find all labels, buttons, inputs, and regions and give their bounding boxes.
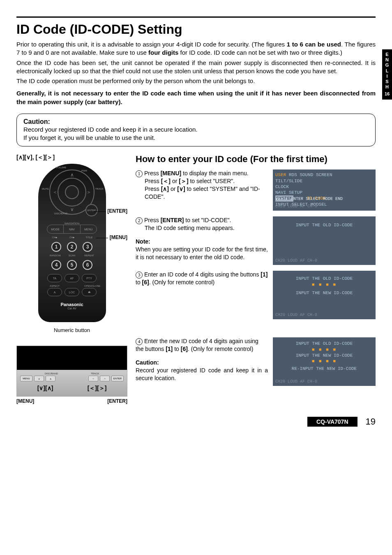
head-unit-button-row: MENU ∨ ∧ ＜ ＞ ENTER (20, 376, 124, 381)
head-unit-arrow-labels: [∨][∧] [＜][＞] (20, 385, 124, 392)
step-1-row: 1Press [MENU] to display the main menu. … (136, 170, 376, 211)
model-number: CQ-VA707N (307, 417, 357, 427)
intro-p4: Generally, it is not necessary to enter … (16, 89, 376, 106)
intro-p3: The ID code operation must be performed … (16, 77, 376, 85)
num-2-button: 2 (67, 242, 77, 252)
screen-4: INPUT THE OLD ID-CODE ■ ■ ■ ■ INPUT THE … (273, 337, 376, 386)
head-right-btn: ＞ (100, 376, 110, 381)
num-1-button: 1 (51, 242, 61, 252)
dpad-down-icon: ∨ (70, 207, 74, 212)
navigation-label: NAVIGATION (38, 222, 106, 225)
step-1-text: 1Press [MENU] to display the main menu. … (136, 170, 268, 211)
screen-2: INPUT THE OLD ID-CODE CH20 LOUD AF CH-0 (273, 216, 376, 265)
a-button: A (47, 288, 62, 296)
step-2-row: 2Press [ENTER] to set "ID-CODE". The ID … (136, 216, 376, 265)
caution-box-top: Caution: Record your registered ID code … (16, 114, 376, 147)
remote-dpad: ∧ ∨ ＜ ＞ PWR MUTE TRACK DISC/BAND VOLUME … (49, 170, 95, 215)
head-menu-btn: MENU (20, 376, 32, 381)
step-3-row: 3Enter an ID code of 4 digits using the … (136, 271, 376, 319)
remote-num-row-1: 1 2 3 (38, 242, 106, 252)
volume-label: VOLUME (56, 166, 66, 169)
pty-button: PTY (82, 274, 97, 282)
note-title: Note: (136, 238, 268, 246)
remote-control-illustration: ∧ ∨ ＜ ＞ PWR MUTE TRACK DISC/BAND VOLUME … (38, 164, 106, 322)
head-unit-panel: DISC/BANDTRACK MENU ∨ ∧ ＜ ＞ ENTER [∨][∧]… (17, 370, 127, 396)
track-label: TRACK (95, 188, 104, 190)
note-body: When you are setting your ID code for th… (136, 246, 268, 261)
af-button: AF (65, 274, 79, 282)
loc-button: LOC (65, 288, 79, 296)
left-column: [∧][∨], [＜][＞] ∧ ∨ ＜ ＞ PWR MUTE TRACK DI… (16, 154, 127, 404)
menu-callout: [MENU] (96, 235, 127, 240)
caution-body-2: If you forget it, you will be unable to … (23, 134, 369, 142)
remote-oval-row-1: TA AF PTY (38, 274, 106, 282)
caution2-body: Record your registered ID code and keep … (136, 367, 268, 382)
page-title: ID Code (ID-CODE) Setting (16, 22, 376, 37)
side-language-tab: ENGLISH 16 (382, 49, 392, 100)
top-rule (16, 16, 376, 18)
brand-sub-label: Car AV (38, 307, 106, 310)
caution-body-1: Record your registered ID code and keep … (23, 125, 369, 134)
head-unit-bottom-labels: [MENU] [ENTER] (16, 398, 127, 404)
ta-button: TA (47, 274, 62, 282)
page-footer: CQ-VA707N 19 (16, 416, 376, 427)
dpad-right-icon: ＞ (86, 189, 91, 196)
step-4-text: 4Enter the new ID code of 4 digits again… (136, 337, 268, 386)
remote-row3-labels: ASPECT OPEN/CLOSE (38, 285, 106, 287)
discband-label: DISC/BAND (54, 212, 68, 215)
head-unit-top-labels: DISC/BANDTRACK (20, 372, 124, 375)
intro-block: Prior to operating this unit, it is a ad… (16, 40, 376, 106)
mode-button: MODE (47, 225, 64, 233)
eject-button: ⏏ (82, 288, 97, 296)
head-enter-btn: ENTER (111, 376, 124, 381)
step-3-text: 3Enter an ID code of 4 digits using the … (136, 271, 268, 319)
numeric-button-caption: Numeric button (16, 327, 127, 333)
caution2-title: Caution: (136, 359, 268, 367)
right-column: How to enter your ID code (For the first… (136, 154, 376, 404)
brand-label: Panasonic (38, 302, 106, 307)
head-unit-illustration: DISC/BANDTRACK MENU ∨ ∧ ＜ ＞ ENTER [∨][∧]… (16, 346, 127, 397)
menu-button: MENU (81, 225, 97, 233)
num-5-button: 5 (67, 260, 77, 270)
howto-heading: How to enter your ID code (For the first… (136, 154, 376, 165)
pwr-label: PWR (81, 170, 87, 172)
head-up-btn: ∧ (46, 376, 55, 381)
side-page-number: 16 (383, 91, 391, 97)
dpad-left-icon: ＜ (53, 189, 58, 196)
two-column-layout: [∧][∨], [＜][＞] ∧ ∨ ＜ ＞ PWR MUTE TRACK DI… (16, 154, 376, 404)
remote-illustration-wrap: ∧ ∨ ＜ ＞ PWR MUTE TRACK DISC/BAND VOLUME … (16, 164, 127, 322)
caution-title: Caution: (23, 118, 369, 125)
screen-1: USER RDS SOUND SCREEN TILT/SLIDE CLOCK N… (273, 170, 376, 211)
dpad-up-icon: ∧ (70, 172, 74, 178)
step-2-text: 2Press [ENTER] to set "ID-CODE". The ID … (136, 216, 268, 265)
intro-p2: Once the ID code has been set, the unit … (16, 59, 376, 76)
intro-p1: Prior to operating this unit, it is a ad… (16, 40, 376, 57)
num-4-button: 4 (51, 260, 61, 270)
enter-callout: [ENTER] (94, 208, 127, 214)
head-left-btn: ＜ (88, 376, 98, 381)
arrow-keys-label: [∧][∨], [＜][＞] (16, 154, 127, 161)
nav-button: NAV (64, 225, 80, 233)
num-6-button: 6 (83, 260, 92, 270)
side-lang: ENGLISH (383, 52, 391, 90)
remote-num-row-2: 4 5 6 (38, 260, 106, 270)
remote-nav-group: MODE NAV MENU (47, 225, 97, 234)
screen-3: INPUT THE OLD ID-CODE ■ ■ ■ ■ INPUT THE … (273, 271, 376, 319)
remote-row2-labels: RANDOM SCAN REPEAT (38, 254, 106, 257)
num-3-button: 3 (83, 242, 92, 252)
head-unit-screen (17, 346, 127, 370)
remote-oval-row-2: A LOC ⏏ (38, 288, 106, 296)
page-number: 19 (366, 416, 376, 427)
head-down-btn: ∨ (34, 376, 44, 381)
mute-label: MUTE (42, 188, 49, 190)
step-4-row: 4Enter the new ID code of 4 digits again… (136, 337, 376, 386)
